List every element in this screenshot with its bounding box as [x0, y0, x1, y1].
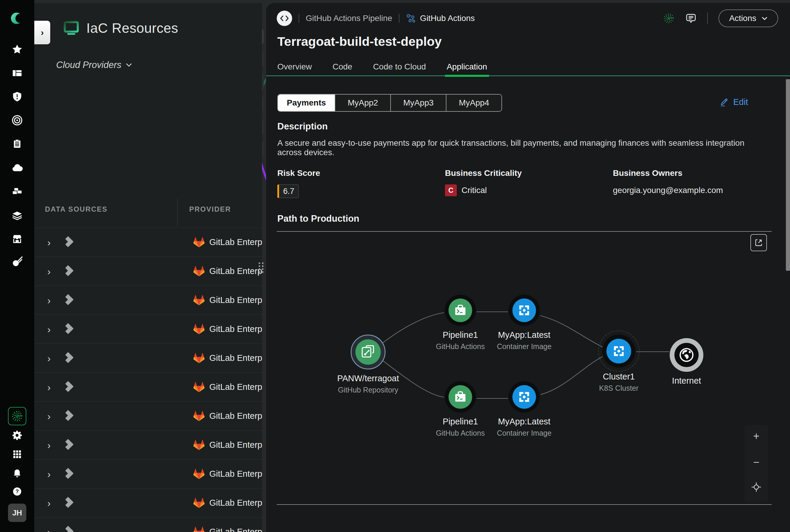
node-name: MyApp:Latest: [486, 330, 563, 340]
table-row[interactable]: › GitLab Enterprise: [34, 285, 262, 315]
topbar-divider: [707, 13, 708, 24]
shield-alert-icon[interactable]: [9, 88, 25, 105]
cloud-providers-dropdown[interactable]: Cloud Providers: [56, 60, 132, 70]
data-source-icon: [64, 496, 77, 510]
row-expand-chevron[interactable]: ›: [47, 411, 51, 421]
svg-text:?: ?: [15, 489, 19, 494]
layers-icon[interactable]: [9, 207, 25, 224]
criticality-badge: C: [445, 185, 457, 196]
description-heading: Description: [277, 121, 328, 132]
tab-code[interactable]: Code: [333, 62, 353, 76]
table-row[interactable]: › GitLab Enterprise: [34, 315, 262, 343]
provider-name: GitLab Enterprise: [209, 324, 262, 334]
edit-button[interactable]: Edit: [719, 97, 748, 107]
layout-icon[interactable]: [9, 65, 25, 81]
path-to-production-diagram[interactable]: PANW/terragoat GitHub Repository Pipelin…: [266, 232, 790, 504]
table-row[interactable]: › GitLab Enterprise: [34, 373, 262, 401]
row-expand-chevron[interactable]: ›: [47, 382, 51, 392]
row-expand-chevron[interactable]: ›: [47, 238, 51, 247]
diagram-node[interactable]: Internet: [648, 338, 725, 386]
ai-copilot-icon[interactable]: [663, 13, 675, 24]
pencil-icon: [719, 97, 729, 107]
bullseye-icon[interactable]: [9, 112, 25, 129]
table-row[interactable]: › GitLab Enterprise: [34, 401, 262, 430]
table-row[interactable]: › GitLab Enterprise: [34, 343, 262, 373]
diagram-node[interactable]: MyApp:Latest Container Image: [486, 381, 563, 437]
chevron-down-icon: [761, 17, 768, 20]
bell-icon[interactable]: [9, 464, 25, 481]
row-expand-chevron[interactable]: ›: [47, 527, 51, 532]
panel-expand-handle[interactable]: ›: [34, 21, 50, 44]
breadcrumb-item-active[interactable]: GitHub Actions: [420, 14, 475, 23]
meteor-icon[interactable]: [9, 253, 25, 270]
app-tab-myapp3[interactable]: MyApp3: [390, 95, 446, 111]
criticality-value: Critical: [462, 186, 487, 195]
row-expand-chevron[interactable]: ›: [47, 295, 51, 305]
business-criticality-field: Business Criticality C Critical: [445, 169, 522, 196]
diagram-node[interactable]: PANW/terragoat GitHub Repository: [330, 335, 407, 394]
table-row[interactable]: › GitLab Enterprise: [34, 488, 262, 517]
node-type-label: GitHub Repository: [330, 386, 407, 394]
table-row[interactable]: › GitLab Enterprise: [34, 256, 262, 285]
app-tab-myapp4[interactable]: MyApp4: [446, 95, 502, 111]
node-type-label: K8S Cluster: [580, 384, 657, 393]
breadcrumb[interactable]: [277, 11, 292, 26]
scrollbar-thumb[interactable]: [786, 79, 790, 271]
risk-score-value: 6.7: [277, 185, 299, 198]
zoom-in-button[interactable]: +: [750, 430, 763, 443]
actions-button[interactable]: Actions: [718, 10, 778, 27]
ai-copilot-icon[interactable]: [8, 407, 26, 425]
tab-code-to-cloud[interactable]: Code to Cloud: [373, 62, 426, 76]
gitlab-logo: [193, 295, 205, 306]
gitlab-logo: [193, 324, 205, 335]
data-source-icon: [64, 323, 77, 336]
cloud-icon[interactable]: [9, 159, 25, 176]
node-ring: [351, 335, 385, 369]
table-row[interactable]: › GitLab Enterprise: [34, 517, 262, 532]
row-expand-chevron[interactable]: ›: [47, 266, 51, 276]
star-icon[interactable]: [9, 41, 25, 58]
help-icon[interactable]: ?: [9, 483, 25, 500]
gear-icon[interactable]: [9, 427, 25, 444]
app-tab-myapp2[interactable]: MyApp2: [335, 95, 390, 111]
table-row[interactable]: › GitLab Enterprise: [34, 228, 262, 256]
gitlab-logo: [193, 353, 205, 363]
feedback-icon[interactable]: [685, 13, 697, 24]
breadcrumb-divider: [299, 14, 299, 23]
provider-name: GitLab Enterprise: [209, 440, 262, 450]
description-text: A secure and easy-to-use payments app fo…: [277, 138, 754, 157]
section-divider: [277, 504, 772, 505]
gitlab-logo: [193, 527, 205, 532]
gitlab-logo: [193, 382, 205, 393]
panel-title: IaC Resources: [86, 20, 178, 36]
node-icon: [512, 385, 536, 409]
table-row[interactable]: › GitLab Enterprise: [34, 430, 262, 459]
tab-overview[interactable]: Overview: [277, 62, 312, 76]
prisma-logo[interactable]: [9, 10, 25, 26]
row-expand-chevron[interactable]: ›: [47, 353, 51, 363]
data-source-icon: [64, 526, 77, 532]
app-sidebar: ? JH: [0, 0, 34, 532]
clipboard-icon[interactable]: [9, 135, 25, 152]
provider-name: GitLab Enterprise: [209, 411, 262, 421]
recenter-button[interactable]: [750, 480, 763, 494]
storefront-icon[interactable]: [9, 230, 25, 247]
provider-name: GitLab Enterprise: [209, 382, 262, 392]
blocks-icon[interactable]: [9, 183, 25, 200]
diagram-node[interactable]: Cluster1 K8S Cluster: [580, 335, 657, 393]
breadcrumb-divider: [399, 14, 399, 23]
avatar[interactable]: JH: [8, 504, 26, 522]
row-expand-chevron[interactable]: ›: [47, 324, 51, 334]
row-expand-chevron[interactable]: ›: [47, 440, 51, 450]
tab-application[interactable]: Application: [447, 62, 487, 76]
breadcrumb-item[interactable]: GitHub Actions Pipeline: [306, 14, 392, 23]
node-name: MyApp:Latest: [486, 417, 563, 426]
panel-resize-handle[interactable]: [259, 263, 264, 273]
zoom-out-button[interactable]: −: [750, 456, 763, 469]
diagram-node[interactable]: MyApp:Latest Container Image: [486, 294, 563, 351]
app-tab-payments[interactable]: Payments: [278, 95, 335, 111]
row-expand-chevron[interactable]: ›: [47, 469, 51, 479]
row-expand-chevron[interactable]: ›: [47, 498, 51, 508]
apps-grid-icon[interactable]: [9, 446, 25, 462]
table-row[interactable]: › GitLab Enterprise: [34, 459, 262, 488]
